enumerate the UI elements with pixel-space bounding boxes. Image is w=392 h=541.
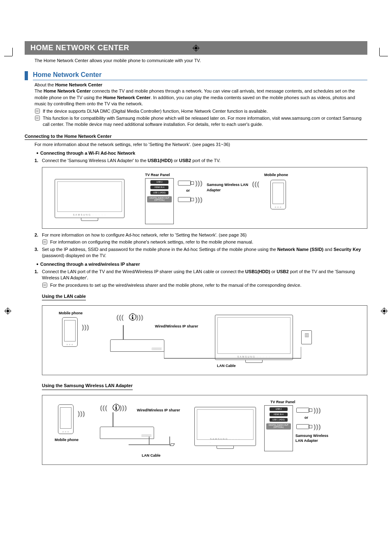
sharer-step-1: 1. Connect the LAN port of the TV and th…	[35, 269, 367, 281]
step-number: 1.	[35, 158, 42, 164]
wifi-icon: ⦆⦆⦆	[120, 403, 127, 413]
note-text: If the device supports DLNA DMC (Digital…	[43, 108, 268, 114]
rear-panel-icon: USB 2 HDMI IN 4 USB 1 (HDD) DIGITAL AUDI…	[145, 178, 174, 224]
label-lan-cable: LAN Cable	[217, 363, 236, 369]
sharer-icon	[110, 339, 164, 352]
connecting-intro: For more information about the network s…	[35, 142, 367, 148]
wifi-icon: ⦆⦆⦆	[314, 405, 321, 416]
usb-dongle-icon	[178, 181, 191, 186]
label-lan-cable: LAN Cable	[142, 453, 161, 458]
bullet-sharer: ● Connecting through a wired/wireless IP…	[35, 261, 367, 267]
label-tv-rear: TV Rear Panel	[145, 172, 170, 178]
wifi-icon: ⦆⦆⦆	[195, 178, 203, 188]
crop-mark	[371, 56, 380, 64]
adhoc-step-1: 1. Connect the 'Samsung Wireless LAN Ada…	[35, 158, 367, 164]
about-line: About the Home Network Center	[35, 82, 367, 88]
label-or: or	[304, 415, 308, 420]
wifi-icon: ⦆⦆⦆	[195, 195, 203, 205]
phone-icon	[270, 180, 286, 209]
diagram-adhoc: SAMSUNG · · · · · TV Rear Panel USB 2 HD…	[42, 167, 367, 229]
step-text: Set up the IP address, SSID and password…	[42, 246, 367, 259]
wifi-icon: ⦆⦆⦆	[314, 422, 321, 432]
diagram-lan-cable: Mobile phone ⦆⦆⦆ ⦆⦆⦆ 🛈 ⦆⦆⦆ Wired/Wireles…	[42, 305, 367, 375]
bullet-icon: ●	[35, 261, 40, 267]
wifi-icon: ⦆⦆⦆	[82, 322, 89, 332]
label-sharer: Wired/Wireless IP sharer	[155, 324, 198, 329]
rear-panel-icon: USB 2 HDMI IN 4 USB 1 (HDD) DIGITAL AUDI…	[264, 405, 293, 451]
bullet-label: Connecting through a Wi-Fi Ad-hoc Networ…	[40, 150, 135, 156]
connecting-heading: Connecting to the Home Network Center	[25, 134, 367, 140]
wifi-icon: ⦆⦆⦆	[252, 179, 259, 189]
step-text: Connect the LAN port of the TV and the W…	[42, 269, 367, 281]
intro-text: The Home Network Center allows your mobi…	[35, 58, 367, 63]
label-mobile: Mobile phone	[55, 437, 78, 443]
step-number: 1.	[35, 269, 42, 281]
adhoc-step-2: 2. For more information on how to config…	[35, 232, 367, 238]
section-marker	[25, 71, 28, 80]
note-icon	[42, 239, 48, 245]
note-text: For the procedures to set up the wired/w…	[50, 282, 301, 288]
usb-dongle-icon	[178, 197, 191, 202]
diagram3-heading: Using the Samsung Wireless LAN Adapter	[42, 383, 133, 390]
bullet-label: Connecting through a wired/wireless IP s…	[40, 261, 140, 267]
sharer-step-1-note: For the procedures to set up the wired/w…	[42, 282, 367, 288]
label-adapter: Samsung Wireless LAN Adapter	[207, 182, 252, 193]
note-icon	[35, 108, 40, 114]
usb-dongle-icon	[296, 408, 309, 413]
tv-icon: SAMSUNG · · · · ·	[194, 407, 256, 446]
crop-mark	[12, 56, 21, 64]
label-adapter: Samsung Wireless LAN Adapter	[295, 433, 328, 443]
phone-icon	[58, 404, 74, 434]
registration-mark-top	[192, 44, 200, 53]
step-number: 3.	[35, 246, 42, 259]
label-mobile: Mobile phone	[59, 311, 83, 316]
step-text: Connect the 'Samsung Wireless LAN Adapte…	[42, 158, 221, 164]
note-icon	[42, 282, 48, 288]
lan-plug-icon	[301, 330, 312, 344]
note-text: This function is for compatibility with …	[43, 115, 367, 128]
adhoc-step-3: 3. Set up the IP address, SSID and passw…	[35, 246, 367, 259]
registration-mark-right	[380, 307, 388, 316]
adhoc-step-2-note: For information on configuring the mobil…	[42, 239, 367, 245]
label-tv-rear: TV Rear Panel	[270, 399, 295, 405]
bullet-icon: ●	[35, 150, 40, 156]
note-icon	[35, 115, 40, 128]
step-number: 2.	[35, 232, 42, 238]
cable-plug-icon: ▱	[170, 440, 175, 449]
diagram-wireless-adapter: ⦆⦆⦆ Mobile phone ⦆⦆⦆ 🛈 ⦆⦆⦆ Wired/Wireles…	[42, 395, 367, 465]
label-or: or	[186, 188, 190, 193]
note-1: If the device supports DLNA DMC (Digital…	[35, 108, 367, 114]
label-sharer: Wired/Wireless IP sharer	[137, 408, 180, 413]
wifi-icon: ⦆⦆⦆	[100, 403, 107, 413]
cable-line	[164, 347, 301, 363]
label-mobile: Mobile phone	[264, 172, 288, 178]
section-heading: Home Network Center	[33, 71, 367, 80]
note-2: This function is for compatibility with …	[35, 115, 367, 128]
phone-icon	[62, 317, 78, 347]
note-text: For information on configuring the mobil…	[50, 239, 253, 245]
tv-icon: SAMSUNG · · · · ·	[55, 179, 125, 218]
wifi-icon: ⦆⦆⦆	[78, 409, 85, 419]
wifi-icon: ⦆⦆⦆	[136, 312, 143, 323]
paragraph-1: The Home Network Center connects the TV …	[35, 88, 367, 107]
usb-dongle-icon	[296, 424, 309, 429]
step-text: For more information on how to configure…	[42, 232, 247, 238]
bullet-adhoc: ● Connecting through a Wi-Fi Ad-hoc Netw…	[35, 150, 367, 156]
antenna-icon: 🛈	[112, 402, 120, 413]
registration-mark-left	[4, 307, 12, 316]
diagram2-heading: Using the LAN cable	[42, 293, 86, 300]
antenna-icon: 🛈	[129, 311, 137, 323]
wifi-icon: ⦆⦆⦆	[116, 312, 124, 323]
